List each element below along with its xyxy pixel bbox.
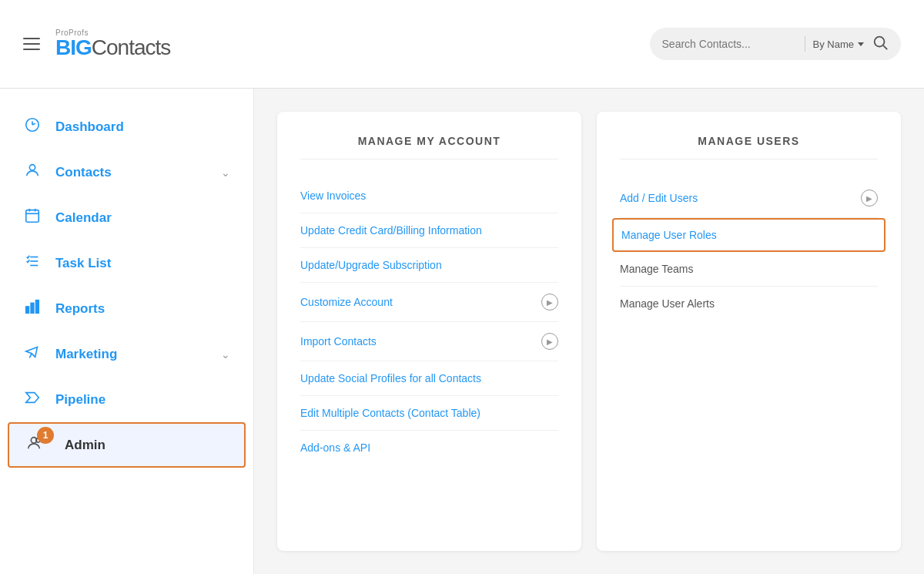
- sidebar-item-dashboard-label: Dashboard: [55, 119, 124, 135]
- search-by-name[interactable]: By Name: [813, 39, 864, 50]
- calendar-icon: [23, 207, 42, 228]
- sidebar-item-marketing[interactable]: Marketing ⌄: [0, 331, 253, 377]
- sidebar-item-reports[interactable]: Reports: [0, 286, 253, 331]
- view-invoices-label: View Invoices: [300, 190, 366, 202]
- view-invoices-item[interactable]: View Invoices: [300, 179, 558, 213]
- logo-big: BIGContacts: [55, 37, 170, 59]
- manage-teams-item[interactable]: Manage Teams: [620, 252, 878, 287]
- add-edit-users-label: Add / Edit Users: [620, 192, 698, 204]
- reports-icon: [23, 298, 42, 319]
- marketing-icon: [23, 344, 42, 364]
- manage-teams-label: Manage Teams: [620, 263, 693, 275]
- pipeline-icon: [23, 389, 42, 410]
- badge-1: 1: [37, 427, 54, 444]
- sidebar-item-dashboard[interactable]: Dashboard: [0, 104, 253, 149]
- svg-rect-13: [36, 300, 39, 314]
- search-svg: [872, 34, 889, 51]
- search-divider: [805, 36, 805, 52]
- import-contacts-label: Import Contacts: [300, 335, 377, 347]
- sidebar-item-task-list-label: Task List: [55, 256, 111, 271]
- main-layout: Dashboard Contacts ⌄ Calendar Task List: [0, 89, 924, 574]
- manage-account-title: MANAGE MY ACCOUNT: [300, 135, 558, 159]
- manage-user-roles-label: Manage User Roles: [621, 229, 717, 241]
- edit-multiple-contacts-item[interactable]: Edit Multiple Contacts (Contact Table): [300, 396, 558, 431]
- customize-account-label: Customize Account: [300, 296, 393, 308]
- update-billing-label: Update Credit Card/Billing Information: [300, 224, 482, 237]
- play-icon: ▶: [861, 190, 878, 206]
- svg-point-0: [875, 37, 885, 47]
- manage-users-title: MANAGE USERS: [620, 135, 878, 159]
- sidebar-item-contacts-label: Contacts: [55, 165, 112, 180]
- edit-multiple-contacts-label: Edit Multiple Contacts (Contact Table): [300, 407, 480, 419]
- svg-rect-12: [31, 303, 34, 313]
- sidebar-item-reports-label: Reports: [55, 301, 105, 317]
- add-edit-users-item[interactable]: Add / Edit Users ▶: [620, 179, 878, 218]
- chevron-down-icon: ⌄: [221, 166, 230, 179]
- update-billing-item[interactable]: Update Credit Card/Billing Information: [300, 213, 558, 248]
- play-icon: ▶: [541, 333, 558, 350]
- sidebar-item-calendar[interactable]: Calendar: [0, 195, 253, 240]
- dashboard-icon: [23, 116, 42, 137]
- contacts-icon: [23, 162, 42, 183]
- sidebar-item-calendar-label: Calendar: [55, 210, 112, 226]
- svg-point-3: [29, 165, 35, 170]
- upgrade-subscription-item[interactable]: Update/Upgrade Subscription: [300, 248, 558, 283]
- update-social-item[interactable]: Update Social Profiles for all Contacts: [300, 361, 558, 396]
- manage-user-roles-item[interactable]: Manage User Roles: [612, 218, 886, 252]
- sidebar: Dashboard Contacts ⌄ Calendar Task List: [0, 89, 254, 574]
- search-icon[interactable]: [872, 34, 889, 54]
- chevron-down-icon: ⌄: [221, 348, 230, 361]
- manage-user-alerts-item[interactable]: Manage User Alerts: [620, 287, 878, 321]
- svg-rect-11: [26, 307, 29, 313]
- sidebar-item-pipeline[interactable]: Pipeline: [0, 377, 253, 422]
- admin-icon: 1: [25, 435, 43, 455]
- sidebar-item-pipeline-label: Pipeline: [55, 392, 105, 408]
- addons-api-item[interactable]: Add-ons & API: [300, 431, 558, 465]
- svg-marker-15: [26, 393, 39, 403]
- addons-api-label: Add-ons & API: [300, 441, 370, 454]
- update-social-label: Update Social Profiles for all Contacts: [300, 372, 481, 384]
- sidebar-item-admin[interactable]: 1 Admin: [8, 422, 246, 468]
- content-area: MANAGE MY ACCOUNT View Invoices Update C…: [254, 89, 924, 574]
- sidebar-item-marketing-label: Marketing: [55, 347, 117, 362]
- svg-rect-4: [26, 210, 39, 223]
- import-contacts-item[interactable]: Import Contacts ▶: [300, 322, 558, 361]
- hamburger-menu[interactable]: [23, 38, 40, 50]
- play-icon: ▶: [541, 294, 558, 310]
- sidebar-item-contacts[interactable]: Contacts ⌄: [0, 149, 253, 195]
- search-input[interactable]: [662, 38, 797, 50]
- manage-user-alerts-label: Manage User Alerts: [620, 297, 715, 310]
- sidebar-item-task-list[interactable]: Task List: [0, 240, 253, 286]
- sidebar-item-admin-label: Admin: [65, 438, 105, 453]
- task-icon: [23, 253, 42, 274]
- manage-account-card: MANAGE MY ACCOUNT View Invoices Update C…: [277, 112, 581, 551]
- customize-account-item[interactable]: Customize Account ▶: [300, 283, 558, 322]
- search-bar: By Name: [650, 28, 901, 60]
- svg-line-1: [883, 45, 887, 49]
- chevron-down-icon: [858, 42, 864, 46]
- svg-line-14: [29, 354, 32, 358]
- manage-users-card: MANAGE USERS Add / Edit Users ▶ Manage U…: [597, 112, 901, 551]
- logo: ProProfs BIGContacts: [55, 29, 170, 59]
- upgrade-subscription-label: Update/Upgrade Subscription: [300, 259, 442, 271]
- header: ProProfs BIGContacts By Name: [0, 0, 924, 89]
